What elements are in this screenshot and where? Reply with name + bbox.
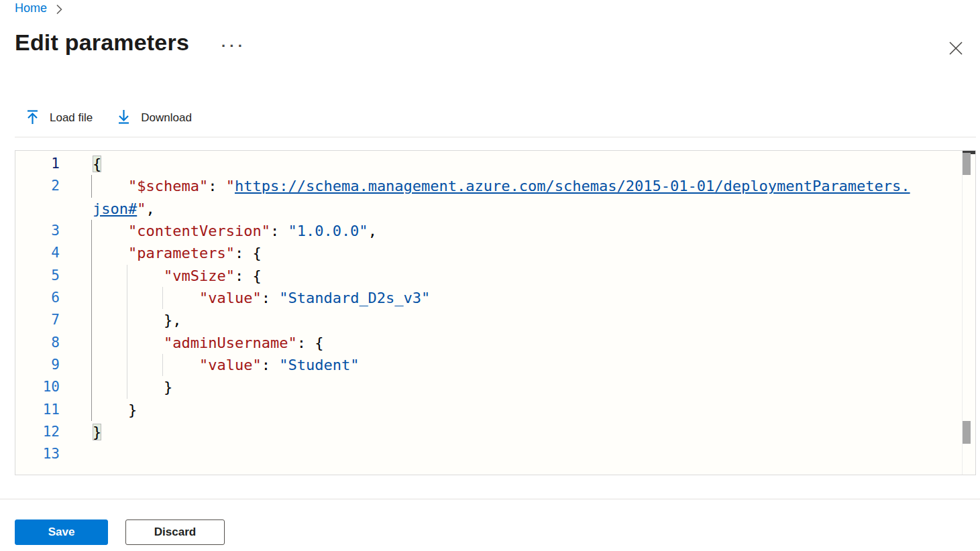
- code-line[interactable]: 5 "vmSize": {: [15, 265, 962, 287]
- indent-guide: [162, 287, 163, 309]
- json-editor[interactable]: 1{2 "$schema": "https://schema.managemen…: [15, 150, 976, 475]
- code-segment: "value": [199, 290, 262, 306]
- indent-guide: [91, 354, 92, 376]
- more-options-button[interactable]: ···: [221, 43, 246, 50]
- footer: Save Discard: [15, 519, 225, 545]
- line-number[interactable]: 12: [15, 421, 60, 443]
- line-number[interactable]: 8: [15, 332, 60, 354]
- code-segment: "parameters": [128, 245, 235, 261]
- overview-ruler-mark: [963, 421, 971, 443]
- toolbar: Load file Download: [25, 106, 216, 130]
- code-segment: },: [93, 312, 181, 328]
- code-text: "value": "Standard_D2s_v3": [93, 287, 430, 309]
- code-segment: [93, 267, 164, 284]
- code-line[interactable]: 7 },: [15, 309, 962, 331]
- download-button[interactable]: Download: [117, 109, 192, 127]
- code-text: "adminUsername": {: [93, 332, 323, 354]
- code-line[interactable]: 2 "$schema": "https://schema.management.…: [15, 175, 962, 197]
- line-number[interactable]: 9: [15, 354, 60, 376]
- code-line[interactable]: 1{: [15, 153, 962, 175]
- code-segment: "$schema": [128, 178, 208, 194]
- indent-guide: [91, 265, 92, 287]
- code-text: "vmSize": {: [93, 265, 262, 287]
- line-number[interactable]: 1: [15, 153, 60, 175]
- close-button[interactable]: [946, 39, 965, 58]
- discard-button[interactable]: Discard: [125, 519, 225, 545]
- line-number[interactable]: [15, 198, 60, 220]
- line-number[interactable]: 10: [15, 376, 60, 398]
- edit-parameters-page: Home Edit parameters ··· Load file: [0, 0, 980, 551]
- code-text: "$schema": "https://schema.management.az…: [93, 175, 910, 197]
- code-text: },: [93, 309, 181, 331]
- footer-divider: [0, 499, 980, 499]
- code-segment: : {: [297, 334, 324, 351]
- code-segment: "1.0.0.0": [288, 223, 368, 239]
- code-rows: 1{2 "$schema": "https://schema.managemen…: [15, 151, 962, 475]
- schema-url-link[interactable]: json#: [93, 200, 137, 217]
- schema-url-link[interactable]: https://schema.management.azure.com/sche…: [235, 178, 910, 194]
- indent-guide: [127, 376, 127, 398]
- code-text: "contentVersion": "1.0.0.0",: [93, 220, 377, 242]
- editor-scrollbar[interactable]: [962, 151, 975, 475]
- code-line[interactable]: 4 "parameters": {: [15, 242, 962, 264]
- code-text: "value": "Student": [93, 354, 359, 376]
- code-segment: "Standard_D2s_v3": [279, 290, 430, 306]
- code-segment: "vmSize": [164, 267, 235, 284]
- code-line[interactable]: json#",: [15, 198, 962, 220]
- indent-guide: [91, 175, 92, 197]
- code-segment: :: [270, 223, 288, 239]
- code-text: }: [93, 421, 101, 443]
- code-segment: }: [93, 402, 137, 418]
- indent-guide: [127, 332, 127, 354]
- code-segment: [93, 178, 128, 194]
- download-icon: [117, 109, 131, 127]
- indent-guide: [127, 309, 127, 331]
- breadcrumb: Home: [15, 1, 62, 15]
- code-text: }: [93, 376, 172, 398]
- indent-guide: [91, 242, 92, 264]
- code-segment: {: [93, 156, 101, 172]
- line-number[interactable]: 5: [15, 265, 60, 287]
- indent-guide: [91, 376, 92, 398]
- load-file-button[interactable]: Load file: [25, 109, 93, 127]
- code-line[interactable]: 9 "value": "Student": [15, 354, 962, 376]
- code-segment: : {: [235, 245, 262, 261]
- code-line[interactable]: 13: [15, 443, 962, 465]
- line-number[interactable]: 11: [15, 399, 60, 421]
- indent-guide: [127, 354, 127, 376]
- save-button[interactable]: Save: [15, 519, 108, 545]
- toolbar-divider: [15, 137, 976, 137]
- code-line[interactable]: 11 }: [15, 399, 962, 421]
- indent-guide: [162, 354, 163, 376]
- code-text: {: [93, 153, 101, 175]
- breadcrumb-home-link[interactable]: Home: [15, 1, 47, 15]
- code-line[interactable]: 10 }: [15, 376, 962, 398]
- code-text: }: [93, 399, 137, 421]
- chevron-right-icon: [56, 4, 62, 15]
- line-number[interactable]: 6: [15, 287, 60, 309]
- upload-icon: [25, 109, 40, 127]
- line-number[interactable]: 7: [15, 309, 60, 331]
- indent-guide: [127, 287, 127, 309]
- line-number[interactable]: 3: [15, 220, 60, 242]
- code-segment: ": [226, 178, 235, 194]
- code-line[interactable]: 12}: [15, 421, 962, 443]
- line-number[interactable]: 13: [15, 443, 60, 465]
- code-segment: ": [137, 200, 146, 217]
- code-segment: }: [93, 379, 172, 395]
- line-number[interactable]: 4: [15, 242, 60, 264]
- indent-guide: [91, 399, 92, 421]
- code-line[interactable]: 8 "adminUsername": {: [15, 332, 962, 354]
- code-segment: :: [208, 178, 226, 194]
- code-segment: [93, 357, 199, 373]
- code-line[interactable]: 3 "contentVersion": "1.0.0.0",: [15, 220, 962, 242]
- code-segment: :: [262, 357, 280, 373]
- code-text: "parameters": {: [93, 242, 262, 264]
- indent-guide: [91, 220, 92, 242]
- code-segment: "value": [199, 357, 262, 373]
- code-segment: "adminUsername": [164, 334, 297, 351]
- code-line[interactable]: 6 "value": "Standard_D2s_v3": [15, 287, 962, 309]
- code-segment: : {: [235, 267, 262, 284]
- code-segment: :: [262, 290, 280, 306]
- line-number[interactable]: 2: [15, 175, 60, 197]
